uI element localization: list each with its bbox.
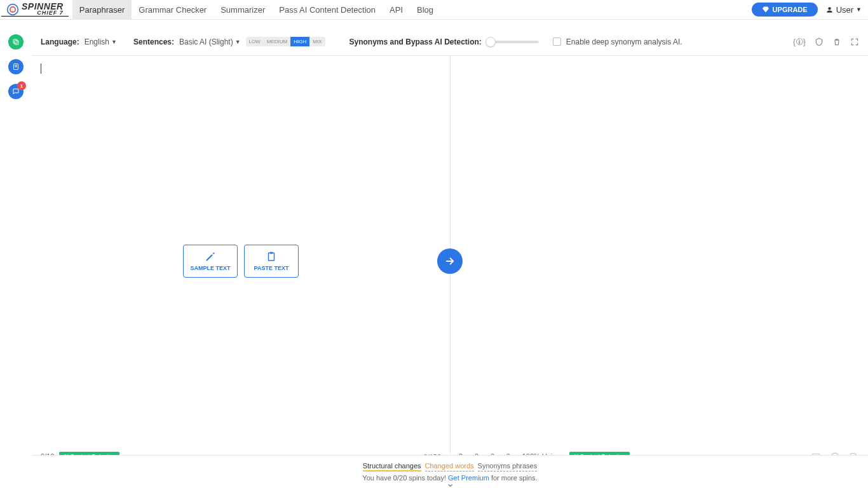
user-menu[interactable]: User ▼ (825, 5, 862, 15)
sidebar-assistant-button[interactable]: 1 (8, 84, 24, 99)
upgrade-button[interactable]: UPGRADE (752, 3, 818, 17)
spins-post: for more spins. (489, 474, 538, 482)
expand-chevron[interactable]: ⌄ (446, 477, 454, 488)
paraphrase-go-button[interactable] (437, 248, 463, 274)
center-actions: SAMPLE TEXT PASTE TEXT (183, 245, 299, 278)
legend: Structural changes Changed words Synonym… (363, 462, 537, 471)
slider-thumb[interactable] (485, 37, 496, 47)
clipboard-icon (266, 251, 277, 262)
nav-summarizer[interactable]: Summarizer (214, 0, 272, 19)
header: SPINNER CHIEF 7 Paraphraser Grammar Chec… (0, 0, 868, 20)
arrow-right-icon (444, 255, 456, 267)
output-pane (450, 56, 868, 466)
footer: Structural changes Changed words Synonym… (32, 455, 868, 488)
shield-icon[interactable] (815, 37, 824, 46)
toolbar-icons: {🛈} (793, 37, 859, 46)
svg-point-2 (828, 7, 831, 10)
sample-text-button[interactable]: SAMPLE TEXT (183, 245, 238, 278)
svg-rect-9 (270, 252, 273, 254)
trash-icon[interactable] (832, 37, 841, 46)
language-select[interactable]: English▼ (85, 37, 117, 46)
nav-paraphraser[interactable]: Paraphraser (72, 0, 132, 19)
legend-changed: Changed words (425, 462, 474, 471)
paste-text-button[interactable]: PASTE TEXT (244, 245, 299, 278)
sidebar-badge: 1 (17, 81, 26, 90)
nav: Paraphraser Grammar Checker Summarizer P… (72, 0, 440, 19)
nav-pass-ai[interactable]: Pass AI Content Detection (272, 0, 383, 19)
logo-icon (6, 3, 19, 16)
sidebar: 1 (0, 29, 32, 99)
svg-rect-8 (269, 253, 275, 261)
diamond-icon (762, 6, 770, 13)
synonyms-slider[interactable] (487, 41, 539, 43)
toolbar: Language: English▼ Sentences: Basic AI (… (32, 28, 868, 56)
upgrade-label: UPGRADE (773, 6, 808, 13)
svg-point-1 (10, 6, 15, 11)
get-premium-link[interactable]: Get Premium (448, 474, 489, 482)
braces-icon[interactable]: {🛈} (793, 37, 806, 46)
sentences-select[interactable]: Basic AI (Slight)▼ (179, 37, 241, 46)
nav-blog[interactable]: Blog (410, 0, 440, 19)
level-segmented: LOW MEDIUM HIGH MIX (246, 37, 325, 46)
main: Language: English▼ Sentences: Basic AI (… (32, 20, 868, 488)
level-low[interactable]: LOW (246, 37, 264, 46)
paste-text-label: PASTE TEXT (254, 265, 289, 271)
synonyms-label: Synonyms and Bypass AI Detection: (349, 37, 482, 46)
logo-sub: CHIEF 7 (22, 11, 64, 16)
svg-point-0 (8, 4, 18, 15)
fullscreen-icon[interactable] (850, 37, 859, 46)
level-mix[interactable]: MIX (309, 37, 325, 46)
copy-icon (12, 38, 20, 46)
sidebar-doc-button[interactable] (8, 59, 24, 74)
sidebar-copy-button[interactable] (8, 34, 24, 50)
svg-rect-4 (13, 39, 17, 43)
nav-api[interactable]: API (383, 0, 410, 19)
deep-analysis-label: Enable deep synonym analysis AI. (566, 37, 682, 46)
sentences-label: Sentences: (133, 37, 174, 46)
editor-area: SAMPLE TEXT PASTE TEXT 0/10 AI Content D… (32, 56, 868, 466)
chevron-down-icon: ▼ (856, 6, 862, 13)
spins-pre: You have 0/20 spins today! (362, 474, 448, 482)
level-medium[interactable]: MEDIUM (264, 37, 290, 46)
legend-synonyms: Synonyms phrases (478, 462, 538, 471)
svg-rect-3 (15, 41, 18, 44)
user-label: User (836, 5, 853, 15)
pencil-icon (205, 251, 216, 262)
language-label: Language: (41, 37, 79, 46)
logo[interactable]: SPINNER CHIEF 7 (1, 3, 69, 17)
deep-analysis-checkbox[interactable] (553, 37, 561, 46)
sample-text-label: SAMPLE TEXT (190, 265, 230, 271)
user-icon (825, 6, 834, 14)
nav-grammar-checker[interactable]: Grammar Checker (132, 0, 214, 19)
legend-structural: Structural changes (363, 462, 421, 471)
document-icon (12, 63, 20, 71)
level-high[interactable]: HIGH (290, 37, 309, 46)
